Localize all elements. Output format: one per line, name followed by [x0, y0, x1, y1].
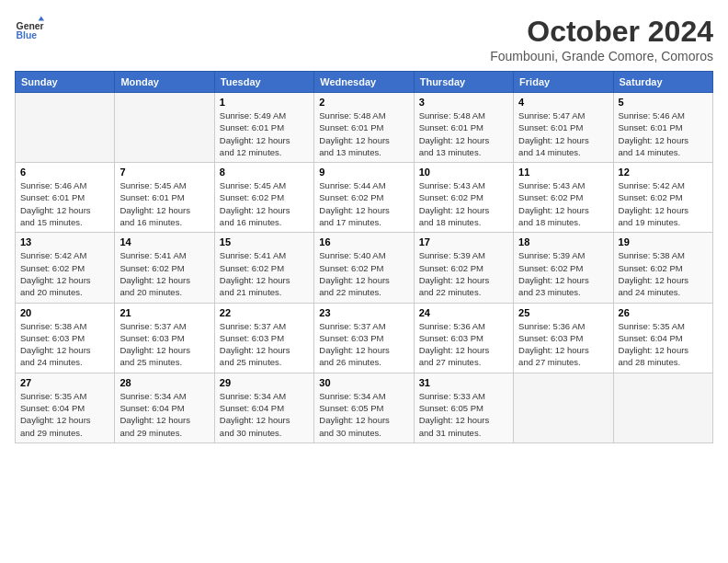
calendar-cell: 6Sunrise: 5:46 AMSunset: 6:01 PMDaylight… — [16, 163, 115, 233]
calendar-cell: 8Sunrise: 5:45 AMSunset: 6:02 PMDaylight… — [214, 163, 313, 233]
calendar-cell: 15Sunrise: 5:41 AMSunset: 6:02 PMDayligh… — [214, 233, 313, 303]
day-detail: Sunrise: 5:37 AMSunset: 6:03 PMDaylight:… — [119, 320, 209, 369]
day-detail: Sunrise: 5:34 AMSunset: 6:05 PMDaylight:… — [319, 390, 408, 439]
calendar-cell: 30Sunrise: 5:34 AMSunset: 6:05 PMDayligh… — [314, 373, 414, 442]
day-number: 17 — [419, 236, 508, 247]
logo-icon: General Blue — [15, 15, 44, 44]
week-row-1: 1Sunrise: 5:49 AMSunset: 6:01 PMDaylight… — [16, 93, 713, 163]
day-number: 20 — [20, 307, 109, 318]
day-detail: Sunrise: 5:43 AMSunset: 6:02 PMDaylight:… — [518, 179, 608, 228]
day-number: 25 — [518, 307, 608, 318]
day-number: 6 — [20, 167, 109, 178]
day-number: 30 — [319, 377, 408, 388]
day-number: 15 — [220, 236, 309, 247]
day-detail: Sunrise: 5:48 AMSunset: 6:01 PMDaylight:… — [419, 109, 508, 158]
day-number: 26 — [619, 307, 708, 318]
day-number: 10 — [419, 167, 508, 178]
svg-text:Blue: Blue — [17, 30, 38, 40]
calendar-cell: 12Sunrise: 5:42 AMSunset: 6:02 PMDayligh… — [613, 163, 712, 233]
title-area: October 2024 Foumbouni, Grande Comore, C… — [490, 15, 713, 63]
day-header-saturday: Saturday — [613, 72, 712, 93]
week-row-3: 13Sunrise: 5:42 AMSunset: 6:02 PMDayligh… — [16, 233, 713, 303]
day-number: 16 — [319, 236, 408, 247]
calendar-cell — [613, 373, 712, 442]
calendar-cell: 3Sunrise: 5:48 AMSunset: 6:01 PMDaylight… — [414, 93, 513, 163]
day-number: 5 — [619, 97, 708, 108]
day-number: 28 — [119, 377, 209, 388]
calendar-cell: 25Sunrise: 5:36 AMSunset: 6:03 PMDayligh… — [514, 303, 613, 373]
week-row-5: 27Sunrise: 5:35 AMSunset: 6:04 PMDayligh… — [16, 373, 713, 442]
svg-marker-2 — [39, 17, 44, 21]
day-detail: Sunrise: 5:39 AMSunset: 6:02 PMDaylight:… — [518, 249, 608, 298]
calendar-cell: 22Sunrise: 5:37 AMSunset: 6:03 PMDayligh… — [214, 303, 313, 373]
day-number: 27 — [20, 377, 109, 388]
day-detail: Sunrise: 5:46 AMSunset: 6:01 PMDaylight:… — [20, 179, 109, 228]
day-detail: Sunrise: 5:46 AMSunset: 6:01 PMDaylight:… — [619, 109, 708, 158]
day-detail: Sunrise: 5:34 AMSunset: 6:04 PMDaylight:… — [220, 390, 309, 439]
day-number: 18 — [518, 236, 608, 247]
calendar-cell: 19Sunrise: 5:38 AMSunset: 6:02 PMDayligh… — [613, 233, 712, 303]
calendar-cell: 21Sunrise: 5:37 AMSunset: 6:03 PMDayligh… — [115, 303, 214, 373]
week-row-4: 20Sunrise: 5:38 AMSunset: 6:03 PMDayligh… — [16, 303, 713, 373]
day-number: 12 — [619, 167, 708, 178]
day-detail: Sunrise: 5:38 AMSunset: 6:02 PMDaylight:… — [619, 249, 708, 298]
day-number: 7 — [119, 167, 209, 178]
calendar-header-row: SundayMondayTuesdayWednesdayThursdayFrid… — [16, 72, 713, 93]
day-detail: Sunrise: 5:42 AMSunset: 6:02 PMDaylight:… — [20, 249, 109, 298]
day-number: 24 — [419, 307, 508, 318]
calendar-cell — [514, 373, 613, 442]
day-detail: Sunrise: 5:40 AMSunset: 6:02 PMDaylight:… — [319, 249, 408, 298]
calendar-cell: 28Sunrise: 5:34 AMSunset: 6:04 PMDayligh… — [115, 373, 214, 442]
calendar-cell: 27Sunrise: 5:35 AMSunset: 6:04 PMDayligh… — [16, 373, 115, 442]
day-detail: Sunrise: 5:45 AMSunset: 6:01 PMDaylight:… — [119, 179, 209, 228]
calendar-cell: 4Sunrise: 5:47 AMSunset: 6:01 PMDaylight… — [514, 93, 613, 163]
page-header: General Blue October 2024 Foumbouni, Gra… — [15, 15, 713, 63]
day-number: 11 — [518, 167, 608, 178]
day-number: 2 — [319, 97, 408, 108]
day-header-wednesday: Wednesday — [314, 72, 414, 93]
day-detail: Sunrise: 5:37 AMSunset: 6:03 PMDaylight:… — [319, 320, 408, 369]
day-number: 3 — [419, 97, 508, 108]
calendar-cell: 5Sunrise: 5:46 AMSunset: 6:01 PMDaylight… — [613, 93, 712, 163]
day-number: 14 — [119, 236, 209, 247]
day-detail: Sunrise: 5:34 AMSunset: 6:04 PMDaylight:… — [119, 390, 209, 439]
day-detail: Sunrise: 5:38 AMSunset: 6:03 PMDaylight:… — [20, 320, 109, 369]
calendar-cell: 13Sunrise: 5:42 AMSunset: 6:02 PMDayligh… — [16, 233, 115, 303]
calendar-cell — [16, 93, 115, 163]
day-detail: Sunrise: 5:39 AMSunset: 6:02 PMDaylight:… — [419, 249, 508, 298]
calendar-cell: 14Sunrise: 5:41 AMSunset: 6:02 PMDayligh… — [115, 233, 214, 303]
day-detail: Sunrise: 5:49 AMSunset: 6:01 PMDaylight:… — [220, 109, 309, 158]
day-detail: Sunrise: 5:36 AMSunset: 6:03 PMDaylight:… — [518, 320, 608, 369]
day-number: 31 — [419, 377, 508, 388]
day-number: 23 — [319, 307, 408, 318]
calendar-cell: 10Sunrise: 5:43 AMSunset: 6:02 PMDayligh… — [414, 163, 513, 233]
day-detail: Sunrise: 5:43 AMSunset: 6:02 PMDaylight:… — [419, 179, 508, 228]
day-number: 1 — [220, 97, 309, 108]
calendar-cell: 2Sunrise: 5:48 AMSunset: 6:01 PMDaylight… — [314, 93, 414, 163]
calendar-cell: 26Sunrise: 5:35 AMSunset: 6:04 PMDayligh… — [613, 303, 712, 373]
svg-text:General: General — [17, 21, 44, 31]
calendar-cell: 31Sunrise: 5:33 AMSunset: 6:05 PMDayligh… — [414, 373, 513, 442]
calendar-cell: 29Sunrise: 5:34 AMSunset: 6:04 PMDayligh… — [214, 373, 313, 442]
day-detail: Sunrise: 5:44 AMSunset: 6:02 PMDaylight:… — [319, 179, 408, 228]
day-number: 19 — [619, 236, 708, 247]
day-number: 13 — [20, 236, 109, 247]
day-number: 8 — [220, 167, 309, 178]
calendar-cell: 1Sunrise: 5:49 AMSunset: 6:01 PMDaylight… — [214, 93, 313, 163]
day-detail: Sunrise: 5:36 AMSunset: 6:03 PMDaylight:… — [419, 320, 508, 369]
calendar-cell: 11Sunrise: 5:43 AMSunset: 6:02 PMDayligh… — [514, 163, 613, 233]
calendar-cell: 24Sunrise: 5:36 AMSunset: 6:03 PMDayligh… — [414, 303, 513, 373]
calendar-cell: 7Sunrise: 5:45 AMSunset: 6:01 PMDaylight… — [115, 163, 214, 233]
calendar-cell: 23Sunrise: 5:37 AMSunset: 6:03 PMDayligh… — [314, 303, 414, 373]
day-number: 21 — [119, 307, 209, 318]
day-header-friday: Friday — [514, 72, 613, 93]
calendar-cell: 9Sunrise: 5:44 AMSunset: 6:02 PMDaylight… — [314, 163, 414, 233]
day-detail: Sunrise: 5:42 AMSunset: 6:02 PMDaylight:… — [619, 179, 708, 228]
day-header-thursday: Thursday — [414, 72, 513, 93]
day-header-monday: Monday — [115, 72, 214, 93]
day-header-sunday: Sunday — [16, 72, 115, 93]
location-title: Foumbouni, Grande Comore, Comoros — [490, 49, 713, 63]
day-detail: Sunrise: 5:35 AMSunset: 6:04 PMDaylight:… — [20, 390, 109, 439]
day-detail: Sunrise: 5:33 AMSunset: 6:05 PMDaylight:… — [419, 390, 508, 439]
day-detail: Sunrise: 5:47 AMSunset: 6:01 PMDaylight:… — [518, 109, 608, 158]
